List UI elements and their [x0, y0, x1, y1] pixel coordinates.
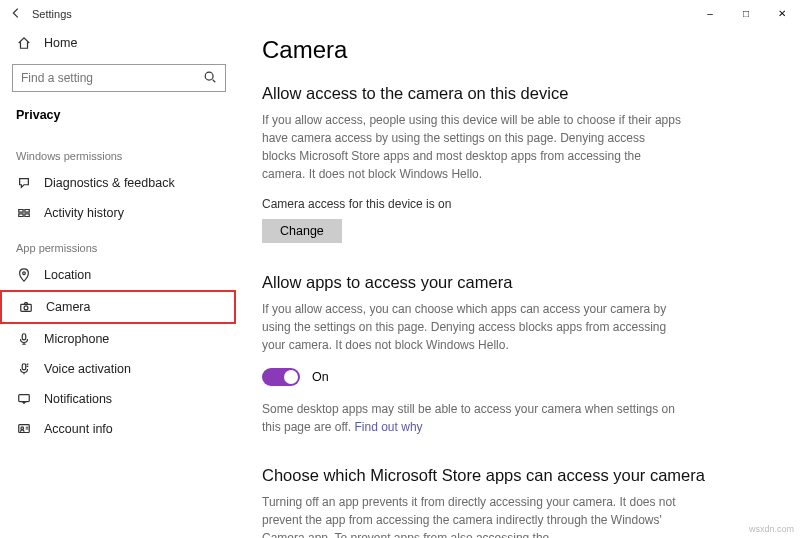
section-app-access: Allow apps to access your camera If you …: [262, 273, 776, 436]
desktop-apps-note: Some desktop apps may still be able to a…: [262, 400, 682, 436]
sidebar-item-label: Account info: [44, 422, 113, 436]
back-icon: [9, 6, 23, 20]
sidebar-item-location[interactable]: Location: [0, 260, 236, 290]
search-icon: [203, 70, 217, 87]
maximize-button[interactable]: □: [728, 0, 764, 28]
sidebar-item-label: Diagnostics & feedback: [44, 176, 175, 190]
svg-point-3: [24, 306, 28, 310]
sidebar-item-notifications[interactable]: Notifications: [0, 384, 236, 414]
section-title: Allow apps to access your camera: [262, 273, 776, 292]
section-store-apps: Choose which Microsoft Store apps can ac…: [262, 466, 776, 538]
titlebar: Settings – □ ✕: [0, 0, 800, 28]
sidebar-item-label: Microphone: [44, 332, 109, 346]
section-title: Allow access to the camera on this devic…: [262, 84, 776, 103]
sidebar-item-home[interactable]: Home: [0, 28, 236, 58]
svg-rect-5: [22, 364, 26, 370]
voice-icon: [16, 362, 32, 376]
search-input-container[interactable]: [12, 64, 226, 92]
location-icon: [16, 268, 32, 282]
device-access-status: Camera access for this device is on: [262, 197, 776, 211]
sidebar-current-section: Privacy: [0, 102, 236, 136]
section-body: If you allow access, people using this d…: [262, 111, 682, 183]
sidebar: Home Privacy Windows permissions Diagnos…: [0, 28, 240, 538]
back-button[interactable]: [0, 6, 32, 23]
search-input[interactable]: [21, 71, 203, 85]
sidebar-item-activity-history[interactable]: Activity history: [0, 198, 236, 228]
account-icon: [16, 422, 32, 436]
sidebar-item-label: Camera: [46, 300, 90, 314]
sidebar-item-voice-activation[interactable]: Voice activation: [0, 354, 236, 384]
sidebar-item-diagnostics[interactable]: Diagnostics & feedback: [0, 168, 236, 198]
section-body: If you allow access, you can choose whic…: [262, 300, 682, 354]
change-button[interactable]: Change: [262, 219, 342, 243]
close-button[interactable]: ✕: [764, 0, 800, 28]
window-title: Settings: [32, 8, 72, 20]
svg-point-8: [21, 427, 24, 430]
sidebar-item-label: Voice activation: [44, 362, 131, 376]
sidebar-item-label: Home: [44, 36, 77, 50]
microphone-icon: [16, 332, 32, 346]
sidebar-item-label: Location: [44, 268, 91, 282]
section-title: Choose which Microsoft Store apps can ac…: [262, 466, 776, 485]
sidebar-item-microphone[interactable]: Microphone: [0, 324, 236, 354]
find-out-why-link[interactable]: Find out why: [355, 420, 423, 434]
activity-icon: [16, 206, 32, 220]
content-pane[interactable]: Camera Allow access to the camera on thi…: [240, 28, 800, 538]
svg-rect-6: [19, 395, 30, 402]
sidebar-group-windows-label: Windows permissions: [0, 136, 236, 168]
camera-icon: [18, 300, 34, 314]
section-body: Turning off an app prevents it from dire…: [262, 493, 682, 538]
sidebar-item-label: Activity history: [44, 206, 124, 220]
sidebar-group-app-label: App permissions: [0, 228, 236, 260]
feedback-icon: [16, 176, 32, 190]
sidebar-item-account-info[interactable]: Account info: [0, 414, 236, 444]
watermark: wsxdn.com: [749, 524, 794, 534]
notifications-icon: [16, 392, 32, 406]
section-device-access: Allow access to the camera on this devic…: [262, 84, 776, 243]
home-icon: [16, 36, 32, 50]
toggle-state-label: On: [312, 370, 329, 384]
svg-point-0: [205, 72, 213, 80]
svg-point-1: [23, 272, 26, 275]
svg-rect-4: [22, 334, 26, 340]
sidebar-item-label: Notifications: [44, 392, 112, 406]
page-title: Camera: [262, 36, 776, 64]
camera-access-toggle[interactable]: [262, 368, 300, 386]
minimize-button[interactable]: –: [692, 0, 728, 28]
sidebar-item-camera[interactable]: Camera: [0, 290, 236, 324]
